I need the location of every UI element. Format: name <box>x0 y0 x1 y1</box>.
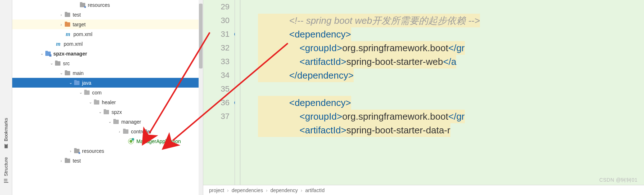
structure-tab[interactable]: Structure <box>2 153 10 188</box>
tree-item[interactable]: resources <box>12 0 203 10</box>
tree-item-label: ManagerApplication <box>136 138 181 144</box>
chevron-down-icon[interactable]: ⌄ <box>68 80 73 85</box>
line-number[interactable]: 34 <box>203 68 230 82</box>
tree-item-label: pom.xml <box>73 31 92 37</box>
tree-item[interactable]: ⌄main <box>12 68 203 78</box>
bookmarks-label: Bookmarks <box>3 118 9 141</box>
folder-icon <box>64 70 71 76</box>
chevron-down-icon[interactable]: ⌄ <box>87 100 93 105</box>
code-line[interactable]: <!-- spring boot web开发所需要的起步依赖 --> <box>258 14 644 27</box>
svg-rect-2 <box>4 179 8 180</box>
tree-item[interactable]: mpom.xml <box>12 39 203 49</box>
code-line[interactable]: <dependency> <box>258 96 644 110</box>
structure-icon <box>4 178 9 183</box>
editor-body[interactable]: 293031↑3233343536↑37 <!-- spring boot we… <box>203 0 644 185</box>
chevron-right-icon: › <box>266 187 268 193</box>
tree-item-label: resources <box>88 2 110 8</box>
tree-item[interactable]: ⌄src <box>12 58 203 68</box>
tree-item-label: main <box>73 70 83 76</box>
spring-boot-icon <box>128 138 134 145</box>
code-line[interactable] <box>258 82 644 96</box>
tree-item-label: spzx-manager <box>53 51 87 57</box>
tree-item[interactable]: ›test <box>12 156 203 165</box>
chevron-right-icon[interactable]: › <box>68 149 73 153</box>
folder-icon <box>73 148 80 154</box>
code-line[interactable]: </dependency> <box>258 68 644 82</box>
line-number[interactable]: 37 <box>203 110 230 123</box>
chevron-down-icon[interactable]: ⌄ <box>78 90 83 95</box>
breadcrumb-item[interactable]: project <box>209 187 224 193</box>
maven-icon: m <box>65 31 71 37</box>
bookmark-icon <box>4 143 9 149</box>
line-number[interactable]: 32 <box>203 41 230 55</box>
tree-item-label: controller <box>131 129 152 134</box>
line-number[interactable]: 33 <box>203 55 230 68</box>
tree-item[interactable]: ›controller <box>12 127 203 136</box>
watermark: CSDN @轲轲01 <box>599 177 638 183</box>
folder-icon <box>64 21 71 28</box>
code-line[interactable]: <groupId>org.springframework.boot</gr <box>258 110 644 123</box>
chevron-right-icon[interactable]: › <box>58 22 64 27</box>
breadcrumb-item[interactable]: dependency <box>271 187 298 193</box>
folder-icon <box>113 119 119 125</box>
code-content[interactable]: <!-- spring boot web开发所需要的起步依赖 --> <depe… <box>254 0 644 185</box>
code-line[interactable]: <artifactId>spring-boot-starter-web</a <box>258 55 644 68</box>
fold-column[interactable] <box>235 0 254 185</box>
breadcrumb[interactable]: project›dependencies›dependency›artifact… <box>203 185 644 195</box>
tree-item-label: healer <box>102 99 116 105</box>
tree-item[interactable]: ManagerApplication <box>12 136 203 146</box>
chevron-down-icon[interactable]: ⌄ <box>39 51 45 56</box>
svg-rect-1 <box>4 181 8 181</box>
tree-item[interactable]: mpom.xml <box>12 29 203 39</box>
line-number[interactable]: 29 <box>203 0 230 14</box>
line-number-gutter[interactable]: 293031↑3233343536↑37 <box>203 0 235 185</box>
folder-icon <box>73 80 80 86</box>
folder-icon <box>79 2 86 8</box>
tree-item[interactable]: ⌄com <box>12 88 203 97</box>
chevron-right-icon[interactable]: › <box>117 129 122 134</box>
tree-item[interactable]: ⌄spzx-manager <box>12 49 203 58</box>
tree-item-label: test <box>73 158 81 164</box>
tree-item-label: resources <box>82 148 104 154</box>
project-tree[interactable]: resources›test›targetmpom.xmlmpom.xml⌄sp… <box>12 0 203 195</box>
chevron-right-icon: › <box>301 187 303 193</box>
code-line[interactable]: <groupId>org.springframework.boot</gr <box>258 41 644 55</box>
code-line[interactable]: <artifactId>spring-boot-starter-data-r <box>258 123 644 137</box>
side-tool-tabs: Bookmarks Structure <box>0 0 12 195</box>
line-number[interactable] <box>203 123 230 137</box>
chevron-down-icon[interactable]: ⌄ <box>58 71 64 75</box>
tree-item[interactable]: ⌄java <box>12 78 203 88</box>
line-number[interactable]: 35 <box>203 82 230 96</box>
chevron-right-icon[interactable]: › <box>58 159 64 163</box>
editor-area: 293031↑3233343536↑37 <!-- spring boot we… <box>203 0 644 195</box>
line-number[interactable]: 36↑ <box>203 96 230 110</box>
chevron-down-icon[interactable]: ⌄ <box>49 61 54 66</box>
folder-icon <box>103 109 109 115</box>
code-line[interactable] <box>258 0 644 14</box>
tree-item[interactable]: ›resources <box>12 146 203 156</box>
breadcrumb-item[interactable]: artifactId <box>305 187 325 193</box>
line-number[interactable]: 30 <box>203 14 230 27</box>
bookmarks-tab[interactable]: Bookmarks <box>2 114 10 153</box>
chevron-right-icon[interactable]: › <box>58 13 64 17</box>
breadcrumb-item[interactable]: dependencies <box>232 187 263 193</box>
folder-icon <box>45 50 51 57</box>
folder-icon <box>83 89 90 96</box>
tree-item[interactable]: ›test <box>12 10 203 19</box>
tree-item-label: pom.xml <box>64 41 83 47</box>
folder-icon <box>64 12 71 18</box>
chevron-down-icon[interactable]: ⌄ <box>97 110 103 114</box>
tree-item[interactable]: ⌄healer <box>12 97 203 107</box>
tree-item[interactable]: ⌄spzx <box>12 107 203 117</box>
folder-icon <box>54 60 61 67</box>
folder-icon <box>93 99 100 106</box>
tree-item[interactable]: ⌄manager <box>12 117 203 127</box>
folder-icon <box>64 158 71 164</box>
tree-item[interactable]: ›target <box>12 19 203 29</box>
tree-item-label: java <box>82 80 91 86</box>
tree-scrollbar[interactable] <box>199 0 203 195</box>
tree-item-label: test <box>73 12 81 18</box>
line-number[interactable]: 31↑ <box>203 27 230 41</box>
code-line[interactable]: <dependency> <box>258 27 644 41</box>
chevron-down-icon[interactable]: ⌄ <box>107 119 113 124</box>
